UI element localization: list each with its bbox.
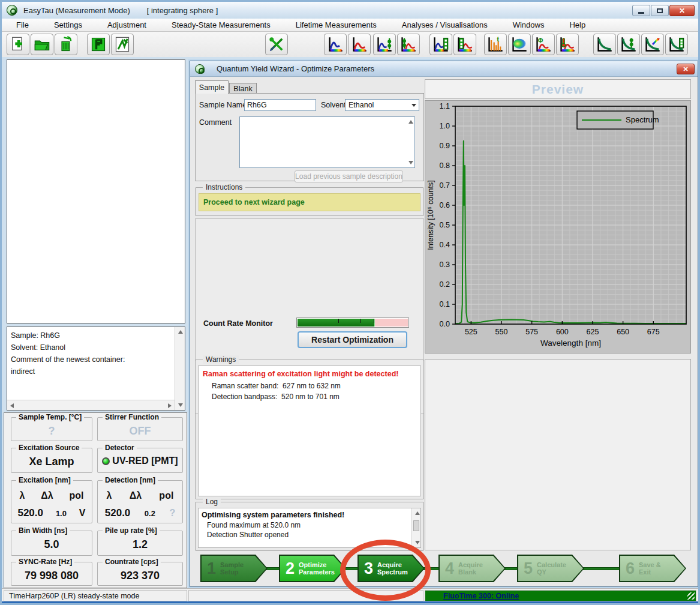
delete-icon xyxy=(58,36,74,53)
comment-textarea[interactable] xyxy=(239,116,415,168)
window-context-label: [ integrating sphere ] xyxy=(147,6,218,15)
count-rate-fill xyxy=(298,319,374,327)
step-5-calculate-qy[interactable]: 5 CalculateQY xyxy=(517,555,584,582)
wizard-close-button[interactable]: ✕ xyxy=(677,64,695,74)
step-3-highlight-annotation xyxy=(340,540,431,601)
menu-file[interactable]: File xyxy=(10,19,35,31)
sync-rate-value: 79 998 080 xyxy=(11,570,92,582)
emission-scan-slider-icon xyxy=(400,36,417,53)
tab-blank[interactable]: Blank xyxy=(229,83,257,94)
tres-contour-icon xyxy=(511,36,528,53)
sample-temp-value: ? xyxy=(11,425,92,438)
step-6-save-exit[interactable]: 6 Save &Exit xyxy=(619,555,686,582)
maximize-button[interactable] xyxy=(651,5,669,16)
emission-scan-slider-button[interactable] xyxy=(397,34,420,55)
menu-lifetime[interactable]: Lifetime Measurements xyxy=(290,19,383,31)
open-folder-button[interactable] xyxy=(31,34,53,55)
temperature-scan-button[interactable] xyxy=(556,34,579,55)
emission-spectrum-button[interactable] xyxy=(348,34,371,55)
step-4-acquire-blank[interactable]: 4 AcquireBlank xyxy=(438,555,506,582)
sample-info-line: Sample: Rh6G xyxy=(11,330,173,342)
pileup-value: 1.2 xyxy=(98,538,182,551)
comment-label: Comment xyxy=(199,118,232,127)
excitation-label: Excitation [nm] xyxy=(16,476,73,484)
decay-rainbow-button[interactable] xyxy=(641,34,664,55)
detector-led-icon xyxy=(102,457,110,465)
system-tools-button[interactable] xyxy=(265,34,288,55)
stirrer-label: Stirrer Function xyxy=(103,413,161,421)
countrate-label: Countrate [cps] xyxy=(103,558,161,566)
decay-icon xyxy=(596,36,613,53)
preview-chart-svg: 0.00.10.20.30.40.50.60.70.80.91.01.15255… xyxy=(425,101,690,353)
excitation-spectrum-button[interactable] xyxy=(324,34,347,55)
warning-headline: Raman scattering of excitation light mig… xyxy=(203,370,398,378)
menu-adjustment[interactable]: Adjustment xyxy=(101,19,152,31)
sample-changer-icon xyxy=(90,36,107,53)
step-2-optimize-parameters[interactable]: 2 OptimizeParameters xyxy=(279,555,346,582)
minimize-button[interactable] xyxy=(632,5,650,16)
manual-adjustment-button[interactable] xyxy=(111,34,134,55)
log-headline: Optimising system parameters finished! xyxy=(202,511,344,519)
detection-box: Detection [nm] λΔλpol 520.00.2? xyxy=(97,480,183,523)
scroll-up-icon[interactable] xyxy=(408,120,413,124)
sample-info-hscrollbar[interactable] xyxy=(7,400,175,410)
log-scrollbar[interactable] xyxy=(411,508,420,547)
svg-text:0.8: 0.8 xyxy=(440,161,450,170)
emission-kinetics-button[interactable] xyxy=(453,34,476,55)
excitation-scan-slider-button[interactable] xyxy=(373,34,396,55)
excitation-source-box: Excitation Source Xe Lamp xyxy=(11,448,92,473)
sample-info-line: Comment of the newest container: xyxy=(11,354,173,366)
main-window: EasyTau (Measurement Mode) [ integrating… xyxy=(0,0,700,605)
time-trace-button[interactable]: t xyxy=(484,34,507,55)
count-rate-monitor-bar xyxy=(296,318,409,328)
decay-button[interactable] xyxy=(593,34,616,55)
parameters-panel: Sample Temp. [°C] ? Stirrer Function OFF… xyxy=(4,412,187,588)
close-button[interactable]: ✕ xyxy=(669,5,695,16)
preview-header: Preview xyxy=(425,79,691,99)
status-connection-text: FluoTime 300: Online xyxy=(443,592,519,600)
time-trace-icon: t xyxy=(487,36,504,53)
new-file-button[interactable] xyxy=(7,34,29,55)
svg-text:0.3: 0.3 xyxy=(440,260,450,269)
wizard-title-bar[interactable]: Quantum Yield Wizard - Optimize Paramete… xyxy=(190,61,698,77)
sync-rate-box: SYNC-Rate [Hz] 79 998 080 xyxy=(11,562,92,586)
sample-info-vscrollbar[interactable] xyxy=(175,327,185,410)
decay-scan-slider-button[interactable] xyxy=(617,34,640,55)
decay-kinetics-button[interactable] xyxy=(665,34,688,55)
stirrer-box: Stirrer Function OFF xyxy=(97,417,183,441)
tres-contour-button[interactable] xyxy=(508,34,531,55)
svg-text:525: 525 xyxy=(465,328,477,336)
svg-text:0.1: 0.1 xyxy=(440,300,450,309)
scroll-down-icon[interactable] xyxy=(408,161,413,164)
sample-info-panel: Sample: Rh6G Solvent: Ethanol Comment of… xyxy=(7,327,185,411)
step-1-sample-setup[interactable]: 1 SampleSetup xyxy=(200,555,268,582)
quantum-yield-button[interactable]: Φ xyxy=(532,34,555,55)
solvent-dropdown[interactable]: Ethanol xyxy=(345,99,419,111)
menu-help[interactable]: Help xyxy=(563,19,591,31)
svg-text:0.2: 0.2 xyxy=(440,280,450,289)
svg-text:Spectrum: Spectrum xyxy=(626,115,659,124)
menu-settings[interactable]: Settings xyxy=(48,19,88,31)
bin-width-value: 5.0 xyxy=(11,538,92,551)
load-previous-sample-button[interactable]: Load previous sample description xyxy=(295,170,403,182)
warnings-group: Warnings Raman scattering of excitation … xyxy=(195,360,424,499)
quantum-yield-wizard-dialog: Quantum Yield Wizard - Optimize Paramete… xyxy=(190,61,698,587)
resize-grip-icon[interactable] xyxy=(687,592,695,600)
instructions-label: Instructions xyxy=(203,183,245,191)
sample-name-input[interactable] xyxy=(244,99,316,111)
menu-windows[interactable]: Windows xyxy=(507,19,551,31)
count-rate-tick xyxy=(338,319,339,323)
sample-changer-button[interactable] xyxy=(87,34,110,55)
warnings-box: Raman scattering of excitation light mig… xyxy=(198,366,421,496)
menu-analyses[interactable]: Analyses / Visualisations xyxy=(396,19,494,31)
tab-sample[interactable]: Sample xyxy=(195,80,229,94)
measurement-list-panel[interactable] xyxy=(7,59,185,324)
title-bar[interactable]: EasyTau (Measurement Mode) [ integrating… xyxy=(2,2,698,19)
minimize-icon xyxy=(638,12,644,14)
restart-optimization-button[interactable]: Restart Optimization xyxy=(298,331,407,348)
excitation-kinetics-button[interactable] xyxy=(429,34,452,55)
delete-button[interactable] xyxy=(55,34,77,55)
emission-spectrum-icon xyxy=(351,36,368,53)
menu-steady-state[interactable]: Steady-State Measurements xyxy=(166,19,277,31)
log-line: Found maximum at 520.0 nm xyxy=(207,521,301,529)
